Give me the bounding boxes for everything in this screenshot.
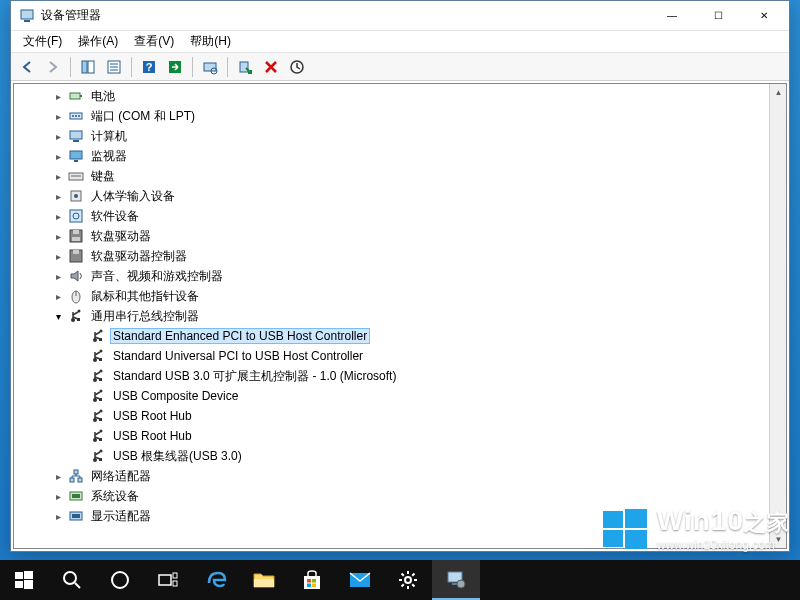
svg-point-71 [100, 410, 103, 413]
minimize-button[interactable]: — [649, 2, 695, 30]
tree-node[interactable]: ▸键盘 [14, 166, 786, 186]
expand-icon[interactable]: ▸ [50, 468, 66, 484]
scrollbar[interactable]: ▲ ▼ [769, 84, 786, 548]
show-hide-tree-button[interactable] [76, 55, 100, 79]
tree-node-label[interactable]: 声音、视频和游戏控制器 [88, 267, 226, 286]
tree-node-label[interactable]: 系统设备 [88, 487, 142, 506]
tree-node-label[interactable]: USB Root Hub [110, 408, 195, 424]
tree-node[interactable]: Standard USB 3.0 可扩展主机控制器 - 1.0 (Microso… [14, 366, 786, 386]
tree-node[interactable]: USB Composite Device [14, 386, 786, 406]
menu-view[interactable]: 查看(V) [128, 31, 180, 52]
properties-button[interactable] [102, 55, 126, 79]
svg-rect-43 [77, 318, 80, 321]
taskbar[interactable] [0, 560, 800, 600]
maximize-button[interactable]: ☐ [695, 2, 741, 30]
tree-node-label[interactable]: USB Root Hub [110, 428, 195, 444]
tree-node[interactable]: Standard Universal PCI to USB Host Contr… [14, 346, 786, 366]
edge-button[interactable] [192, 560, 240, 600]
tree-node-label[interactable]: Standard USB 3.0 可扩展主机控制器 - 1.0 (Microso… [110, 367, 399, 386]
tree-node-label[interactable]: 鼠标和其他指针设备 [88, 287, 202, 306]
cortana-button[interactable] [96, 560, 144, 600]
tree-node[interactable]: ▾通用串行总线控制器 [14, 306, 786, 326]
search-button[interactable] [48, 560, 96, 600]
scan-hardware-button[interactable] [198, 55, 222, 79]
scroll-up-button[interactable]: ▲ [770, 84, 787, 101]
tree-node[interactable]: ▸网络适配器 [14, 466, 786, 486]
tree-node[interactable]: ▸人体学输入设备 [14, 186, 786, 206]
back-button[interactable] [15, 55, 39, 79]
expand-icon[interactable]: ▸ [50, 168, 66, 184]
tree-node-label[interactable]: 监视器 [88, 147, 130, 166]
tree-node-label[interactable]: 软件设备 [88, 207, 142, 226]
tree-node-label[interactable]: USB Composite Device [110, 388, 241, 404]
tree-node[interactable]: ▸软盘驱动器 [14, 226, 786, 246]
close-button[interactable]: ✕ [741, 2, 787, 30]
expand-icon[interactable]: ▸ [50, 108, 66, 124]
tree-node[interactable]: USB Root Hub [14, 426, 786, 446]
tree-node-label[interactable]: 网络适配器 [88, 467, 154, 486]
enable-device-button[interactable] [233, 55, 257, 79]
expand-icon[interactable]: ▸ [50, 188, 66, 204]
uninstall-button[interactable] [259, 55, 283, 79]
tree-node-label[interactable]: 端口 (COM 和 LPT) [88, 107, 198, 126]
svg-rect-15 [70, 93, 80, 99]
tree-node[interactable]: ▸系统设备 [14, 486, 786, 506]
tree-node-label[interactable]: 计算机 [88, 127, 130, 146]
tree-node-label[interactable]: USB 根集线器(USB 3.0) [110, 447, 245, 466]
device-tree[interactable]: ▸电池▸端口 (COM 和 LPT)▸计算机▸监视器▸键盘▸人体学输入设备▸软件… [14, 84, 786, 548]
expand-icon[interactable]: ▸ [50, 488, 66, 504]
tree-node[interactable]: ▸电池 [14, 86, 786, 106]
expand-icon[interactable]: ▸ [50, 288, 66, 304]
update-driver-button[interactable] [285, 55, 309, 79]
menu-help[interactable]: 帮助(H) [184, 31, 237, 52]
expand-icon[interactable]: ▸ [50, 248, 66, 264]
taskview-button[interactable] [144, 560, 192, 600]
settings-button[interactable] [384, 560, 432, 600]
tree-node-label[interactable]: 软盘驱动器控制器 [88, 247, 190, 266]
tree-node-label[interactable]: 键盘 [88, 167, 118, 186]
menu-file[interactable]: 文件(F) [17, 31, 68, 52]
tree-node[interactable]: ▸软件设备 [14, 206, 786, 226]
tree-node-label[interactable]: Standard Universal PCI to USB Host Contr… [110, 348, 366, 364]
tree-node[interactable]: ▸监视器 [14, 146, 786, 166]
tree-node-label[interactable]: Standard Enhanced PCI to USB Host Contro… [110, 328, 370, 344]
menu-action[interactable]: 操作(A) [72, 31, 124, 52]
titlebar[interactable]: 设备管理器 — ☐ ✕ [11, 1, 789, 31]
expand-icon[interactable]: ▸ [50, 128, 66, 144]
tree-node-label[interactable]: 显示适配器 [88, 507, 154, 526]
tree-node[interactable]: USB 根集线器(USB 3.0) [14, 446, 786, 466]
expand-icon[interactable]: ▸ [50, 508, 66, 524]
expand-icon[interactable]: ▸ [50, 228, 66, 244]
device-manager-taskbar-button[interactable] [432, 560, 480, 600]
start-button[interactable] [0, 560, 48, 600]
svg-rect-105 [173, 573, 177, 578]
expand-icon[interactable]: ▸ [50, 88, 66, 104]
tree-node-label[interactable]: 软盘驱动器 [88, 227, 154, 246]
tree-node-label[interactable]: 通用串行总线控制器 [88, 307, 202, 326]
tree-node[interactable]: USB Root Hub [14, 406, 786, 426]
help-button[interactable]: ? [137, 55, 161, 79]
tree-node[interactable]: Standard Enhanced PCI to USB Host Contro… [14, 326, 786, 346]
tree-node[interactable]: ▸端口 (COM 和 LPT) [14, 106, 786, 126]
svg-rect-22 [73, 140, 79, 142]
expand-icon[interactable]: ▸ [50, 268, 66, 284]
expand-icon[interactable]: ▸ [50, 208, 66, 224]
forward-button[interactable] [41, 55, 65, 79]
store-button[interactable] [288, 560, 336, 600]
svg-point-59 [100, 370, 103, 373]
expand-icon[interactable]: ▸ [50, 148, 66, 164]
tree-node-label[interactable]: 人体学输入设备 [88, 187, 178, 206]
tree-node[interactable]: ▸软盘驱动器控制器 [14, 246, 786, 266]
collapse-icon[interactable]: ▾ [50, 308, 66, 324]
no-expander [72, 428, 88, 444]
mail-button[interactable] [336, 560, 384, 600]
tree-node[interactable]: ▸计算机 [14, 126, 786, 146]
svg-rect-73 [99, 418, 102, 421]
action-button[interactable] [163, 55, 187, 79]
file-explorer-button[interactable] [240, 560, 288, 600]
svg-rect-96 [625, 530, 647, 549]
tree-node[interactable]: ▸鼠标和其他指针设备 [14, 286, 786, 306]
tree-node[interactable]: ▸声音、视频和游戏控制器 [14, 266, 786, 286]
svg-line-119 [402, 574, 404, 576]
tree-node-label[interactable]: 电池 [88, 87, 118, 106]
